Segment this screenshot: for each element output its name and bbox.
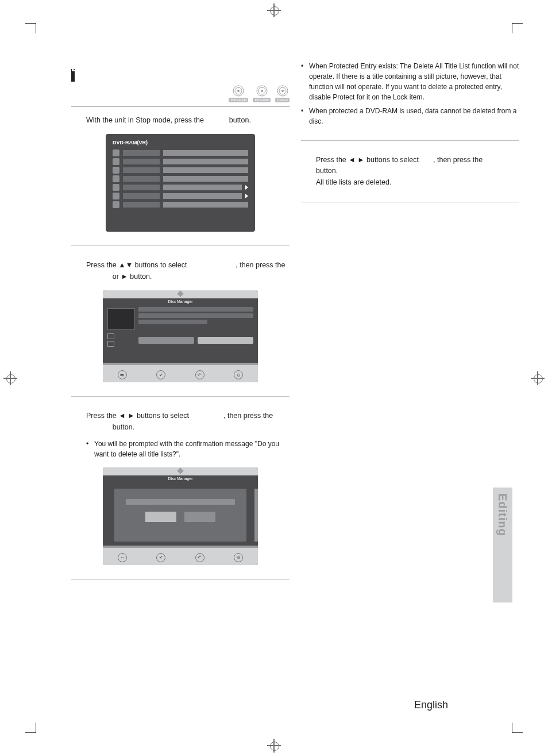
menu-icon [113, 201, 119, 208]
right-column: When Protected Entry exists: The Delete … [301, 61, 519, 216]
step-text: buttons to select [135, 412, 191, 420]
osd-controls: ⇆ ✔ ↶ ⊖ [103, 363, 258, 382]
step-number: 3 [71, 410, 76, 425]
disc-small-icon [107, 341, 114, 347]
menu-icon [113, 175, 119, 182]
menu-icon [113, 167, 119, 174]
disc-label: DVD-RW [253, 98, 271, 102]
step-text: Press the [86, 412, 118, 420]
osd-info-line [138, 307, 253, 312]
button-name: ENTER [485, 156, 509, 164]
osd-heading: Disc Manager [103, 298, 258, 305]
left-column: Deleting All Title Lists DVD-RAM DVD-RW … [71, 61, 290, 593]
notes-list: When Protected Entry exists: The Delete … [301, 61, 519, 126]
osd-menu-list [113, 149, 248, 208]
step-3-notes: You will be prompted with the confirmati… [71, 439, 290, 459]
step-text: Press the [86, 261, 118, 269]
separator [301, 202, 519, 202]
dialog-message [126, 499, 235, 505]
exit-icon: ⊖ [234, 553, 243, 562]
step-result: All title lists are deleted. [316, 178, 391, 186]
disc-badge-row: DVD-RAM DVD-RW DVD-R [71, 85, 290, 102]
crop-mark [512, 723, 512, 733]
note-item: When protected a DVD-RAM is used, data c… [301, 106, 519, 126]
separator [301, 140, 519, 141]
left-right-arrows-icon: ◄ ► [348, 156, 364, 164]
menu-icon [113, 184, 119, 191]
menu-icon [113, 193, 119, 199]
exit-icon: ⊖ [234, 370, 243, 379]
disc-icon [276, 85, 289, 97]
crop-mark [25, 732, 36, 733]
crop-mark [36, 23, 36, 33]
step-text: buttons to select [365, 156, 421, 164]
dialog-no-button [184, 512, 215, 522]
step-text: Press the [316, 156, 348, 164]
separator [71, 245, 290, 246]
option-name: Yes [420, 156, 433, 164]
registration-mark-icon [267, 3, 281, 17]
osd-info-line [138, 313, 253, 318]
menu-icon [113, 149, 119, 156]
dialog-yes-button [145, 512, 176, 522]
osd-heading: Disc Manager [103, 475, 258, 482]
step-text: , then press the [433, 156, 485, 164]
side-tab-label: Editing [496, 493, 509, 536]
step-text: , then press the [236, 261, 285, 269]
play-arrow-icon: ► [121, 273, 128, 281]
rule [71, 106, 290, 107]
osd-disc-manager: Disc Manager [103, 290, 258, 382]
button-name: MENU [206, 116, 227, 124]
step-text: or [110, 273, 121, 281]
osd-controls: ↔ ✔ ↶ ⊖ [103, 546, 258, 565]
step-text: button. [110, 423, 134, 431]
select-icon: ✔ [156, 370, 165, 379]
step-text: button. [227, 116, 251, 124]
registration-mark-icon [531, 371, 545, 385]
menu-icon [113, 158, 119, 165]
crop-mark [512, 732, 523, 733]
return-icon: ↶ [195, 553, 204, 562]
osd-info-line [138, 320, 207, 324]
step-1: 1 With the unit in Stop mode, press the … [71, 115, 290, 126]
registration-mark-icon [3, 371, 17, 385]
menu-item-name: Delete All [191, 412, 223, 420]
step-number: 1 [71, 115, 76, 129]
page-body: Deleting All Title Lists DVD-RAM DVD-RW … [36, 33, 512, 723]
disc-badge: DVD-RAM [229, 85, 248, 102]
separator [71, 579, 290, 580]
menu-item-name: Disc Manager [189, 261, 236, 269]
note-item: When Protected Entry exists: The Delete … [301, 61, 519, 102]
disc-label: DVD-RAM [229, 98, 248, 102]
step-text: With the unit in Stop mode, press the [86, 116, 206, 124]
osd-info [138, 307, 253, 326]
crop-mark [25, 23, 36, 24]
step-text: button. [128, 273, 152, 281]
disc-badge: DVD-RW [253, 85, 271, 102]
menu-value [163, 150, 248, 156]
osd-title: DVD-RAM(VR) [113, 140, 248, 145]
arrow-right-icon [245, 194, 248, 198]
arrow-right-icon [245, 185, 248, 190]
disc-badge: DVD-R [275, 85, 290, 102]
osd-selection-row [138, 337, 253, 344]
footer-language: English [414, 699, 448, 711]
step-2: 2 Press the ▲▼ buttons to select Disc Ma… [71, 260, 290, 282]
document-page: Deleting All Title Lists DVD-RAM DVD-RW … [0, 0, 548, 756]
step-text: button. [316, 167, 338, 175]
menu-label [123, 150, 160, 156]
separator [71, 396, 290, 397]
svg-point-5 [261, 90, 263, 92]
osd-thumbnail [107, 308, 135, 330]
osd-confirm-dialog: Disc Manager ↔ ✔ ↶ [103, 467, 258, 565]
step-number: 2 [71, 260, 76, 274]
osd-main-menu: DVD-RAM(VR) [106, 134, 255, 232]
note-item: You will be prompted with the confirmati… [86, 439, 290, 459]
section-title: Deleting All Title Lists [71, 61, 290, 74]
return-icon: ↶ [195, 370, 204, 379]
crop-mark [36, 723, 36, 733]
up-down-arrows-icon: ▲▼ [118, 261, 133, 269]
page-footer: English - 85 [414, 699, 472, 711]
move-icon: ↔ [118, 553, 127, 562]
sel-option-highlight [198, 337, 253, 344]
